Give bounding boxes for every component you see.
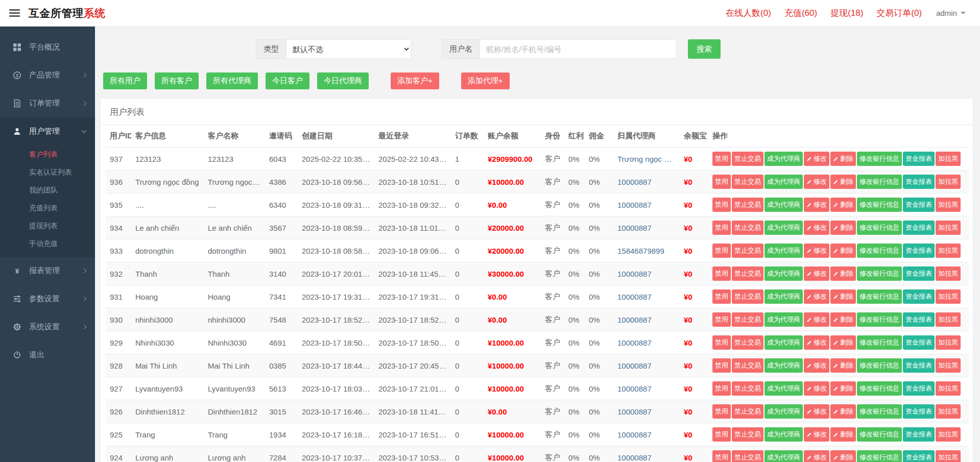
action-make-agent-button[interactable]: 成为代理商	[764, 198, 803, 212]
action-blacklist-button[interactable]: 加拉黑	[936, 175, 961, 189]
action-fund-report-button[interactable]: 资金报表	[903, 152, 935, 166]
action-blacklist-button[interactable]: 加拉黑	[936, 427, 961, 442]
action-edit-bank-button[interactable]: 修改银行信息	[857, 404, 902, 419]
action-disable-button[interactable]: 禁用	[712, 244, 731, 258]
action-edit-button[interactable]: 修改	[804, 335, 829, 350]
action-ban-trade-button[interactable]: 禁止交易	[732, 198, 763, 212]
action-disable-button[interactable]: 禁用	[712, 289, 731, 304]
add-customer-button[interactable]: 添加客户+	[391, 72, 439, 89]
action-fund-report-button[interactable]: 资金报表	[903, 312, 935, 327]
action-ban-trade-button[interactable]: 禁止交易	[732, 289, 763, 304]
action-edit-bank-button[interactable]: 修改银行信息	[857, 381, 902, 396]
action-disable-button[interactable]: 禁用	[712, 381, 731, 396]
cell-agent[interactable]: 10000887	[613, 171, 680, 193]
action-edit-bank-button[interactable]: 修改银行信息	[857, 198, 902, 212]
action-fund-report-button[interactable]: 资金报表	[903, 175, 935, 189]
action-make-agent-button[interactable]: 成为代理商	[764, 175, 803, 189]
sidebar-item-overview[interactable]: 平台概况	[0, 33, 95, 61]
action-blacklist-button[interactable]: 加拉黑	[936, 198, 961, 212]
add-agent-button[interactable]: 添加代理+	[461, 72, 510, 89]
action-disable-button[interactable]: 禁用	[712, 175, 731, 189]
action-edit-button[interactable]: 修改	[804, 450, 829, 462]
action-edit-bank-button[interactable]: 修改银行信息	[857, 221, 902, 235]
action-edit-button[interactable]: 修改	[804, 289, 829, 304]
action-edit-button[interactable]: 修改	[804, 152, 829, 166]
action-blacklist-button[interactable]: 加拉黑	[936, 404, 961, 419]
action-edit-button[interactable]: 修改	[804, 198, 829, 212]
action-blacklist-button[interactable]: 加拉黑	[936, 244, 961, 258]
action-ban-trade-button[interactable]: 禁止交易	[732, 335, 763, 350]
action-fund-report-button[interactable]: 资金报表	[903, 450, 935, 462]
action-blacklist-button[interactable]: 加拉黑	[936, 335, 961, 350]
action-edit-button[interactable]: 修改	[804, 266, 829, 281]
action-disable-button[interactable]: 禁用	[712, 450, 731, 462]
action-ban-trade-button[interactable]: 禁止交易	[732, 404, 763, 419]
action-edit-bank-button[interactable]: 修改银行信息	[857, 266, 902, 281]
action-blacklist-button[interactable]: 加拉黑	[936, 381, 961, 396]
action-blacklist-button[interactable]: 加拉黑	[936, 450, 961, 462]
cell-agent[interactable]: 10000887	[613, 308, 680, 331]
action-disable-button[interactable]: 禁用	[712, 152, 731, 166]
cell-agent[interactable]: 10000887	[613, 446, 680, 462]
today-agents-button[interactable]: 今日代理商	[317, 72, 369, 89]
action-edit-button[interactable]: 修改	[804, 358, 829, 373]
action-blacklist-button[interactable]: 加拉黑	[936, 266, 961, 281]
cell-agent[interactable]: 10000887	[613, 331, 680, 354]
action-make-agent-button[interactable]: 成为代理商	[764, 289, 803, 304]
action-make-agent-button[interactable]: 成为代理商	[764, 312, 803, 327]
cell-agent[interactable]: Trương ngọc đồng	[613, 148, 680, 171]
action-fund-report-button[interactable]: 资金报表	[903, 198, 935, 212]
topbar-stat-link[interactable]: 充值(60)	[784, 7, 817, 19]
action-ban-trade-button[interactable]: 禁止交易	[732, 175, 763, 189]
action-make-agent-button[interactable]: 成为代理商	[764, 266, 803, 281]
action-edit-bank-button[interactable]: 修改银行信息	[857, 335, 902, 350]
sidebar-item-users[interactable]: 用户管理	[0, 117, 95, 145]
sidebar-item-params[interactable]: 参数设置	[0, 285, 95, 313]
action-disable-button[interactable]: 禁用	[712, 221, 731, 235]
sidebar-subitem-withdraw-list[interactable]: 提现列表	[0, 217, 95, 235]
user-menu[interactable]: admin	[936, 9, 966, 17]
all-agents-button[interactable]: 所有代理商	[206, 72, 258, 89]
action-fund-report-button[interactable]: 资金报表	[903, 335, 935, 350]
action-ban-trade-button[interactable]: 禁止交易	[732, 312, 763, 327]
sidebar-subitem-realname-list[interactable]: 实名认证列表	[0, 163, 95, 181]
action-fund-report-button[interactable]: 资金报表	[903, 358, 935, 373]
sidebar-subitem-manual-recharge[interactable]: 手动充值	[0, 235, 95, 253]
today-customers-button[interactable]: 今日客户	[266, 72, 309, 89]
action-blacklist-button[interactable]: 加拉黑	[936, 289, 961, 304]
cell-agent[interactable]: 10000887	[613, 354, 680, 377]
action-make-agent-button[interactable]: 成为代理商	[764, 450, 803, 462]
action-blacklist-button[interactable]: 加拉黑	[936, 152, 961, 166]
action-delete-button[interactable]: 删除	[830, 312, 856, 327]
sidebar-item-reports[interactable]: ¥报表管理	[0, 257, 95, 285]
action-edit-button[interactable]: 修改	[804, 381, 829, 396]
action-fund-report-button[interactable]: 资金报表	[903, 289, 935, 304]
action-ban-trade-button[interactable]: 禁止交易	[732, 358, 763, 373]
action-blacklist-button[interactable]: 加拉黑	[936, 221, 961, 235]
action-edit-button[interactable]: 修改	[804, 244, 829, 258]
action-edit-button[interactable]: 修改	[804, 404, 829, 419]
action-make-agent-button[interactable]: 成为代理商	[764, 335, 803, 350]
action-fund-report-button[interactable]: 资金报表	[903, 244, 935, 258]
action-fund-report-button[interactable]: 资金报表	[903, 381, 935, 396]
action-edit-button[interactable]: 修改	[804, 175, 829, 189]
action-ban-trade-button[interactable]: 禁止交易	[732, 152, 763, 166]
action-edit-bank-button[interactable]: 修改银行信息	[857, 450, 902, 462]
sidebar-subitem-customer-list[interactable]: 客户列表	[0, 145, 95, 163]
action-ban-trade-button[interactable]: 禁止交易	[732, 266, 763, 281]
action-edit-bank-button[interactable]: 修改银行信息	[857, 175, 902, 189]
action-disable-button[interactable]: 禁用	[712, 198, 731, 212]
action-make-agent-button[interactable]: 成为代理商	[764, 244, 803, 258]
action-ban-trade-button[interactable]: 禁止交易	[732, 427, 763, 442]
action-make-agent-button[interactable]: 成为代理商	[764, 381, 803, 396]
cell-agent[interactable]: 10000887	[613, 193, 680, 216]
topbar-stat-link[interactable]: 提现(18)	[830, 7, 863, 19]
action-disable-button[interactable]: 禁用	[712, 266, 731, 281]
sidebar-subitem-my-team[interactable]: 我的团队	[0, 181, 95, 199]
sidebar-subitem-recharge-list[interactable]: 充值列表	[0, 199, 95, 217]
action-delete-button[interactable]: 删除	[830, 404, 856, 419]
action-fund-report-button[interactable]: 资金报表	[903, 427, 935, 442]
action-ban-trade-button[interactable]: 禁止交易	[732, 381, 763, 396]
action-edit-bank-button[interactable]: 修改银行信息	[857, 358, 902, 373]
action-fund-report-button[interactable]: 资金报表	[903, 266, 935, 281]
